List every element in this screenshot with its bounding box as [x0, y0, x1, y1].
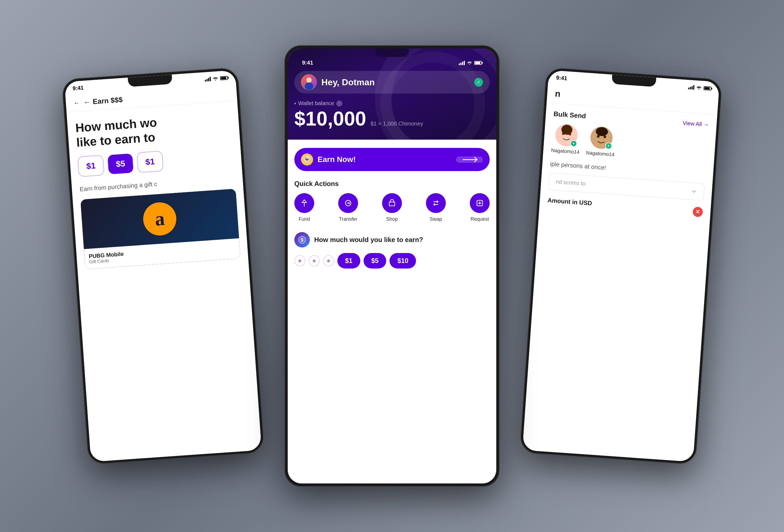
wallet-rate: $1 = 1,000 Chimoney [370, 121, 423, 127]
transfer-icon [338, 193, 358, 213]
bottom-amount-small-2[interactable]: ⊕ [309, 255, 320, 266]
svg-point-2 [305, 83, 313, 90]
avatar-illustration [301, 74, 317, 90]
action-transfer[interactable]: Transfer [338, 193, 358, 222]
right-wifi-icon [696, 86, 701, 90]
transfer-label: Transfer [339, 216, 357, 222]
action-swap[interactable]: Swap [426, 193, 446, 222]
wallet-label: Wallet balance [295, 100, 489, 107]
quick-actions-row: Fund Transfer [295, 193, 489, 222]
bottom-amount-10[interactable]: $10 [390, 253, 416, 269]
earn-now-arrow [456, 157, 483, 163]
center-status-icons [459, 61, 482, 65]
right-signal-icon [688, 85, 694, 89]
fund-label: Fund [299, 216, 310, 222]
svg-point-5 [339, 103, 340, 104]
left-phone-screen: 9:41 ← [64, 70, 262, 462]
amazon-logo: a [142, 201, 177, 236]
signal-icon [205, 77, 211, 81]
center-body: 👻 Earn Now! Quick Actions [288, 140, 496, 277]
center-battery-icon [474, 61, 482, 65]
swap-label: Swap [429, 216, 442, 222]
earn-now-left: 👻 Earn Now! [301, 153, 356, 166]
recipient-1-avatar: + [555, 123, 578, 147]
verified-badge-icon: ✓ [474, 78, 483, 87]
bottom-amount-small-1[interactable]: ⊕ [295, 255, 305, 266]
earn-question-text: How much would you like to earn? [314, 235, 423, 244]
left-page-title: ← Earn $$$ [83, 95, 123, 107]
greeting-name: Hey, Dotman [321, 77, 470, 87]
request-icon [470, 193, 489, 213]
shop-icon [382, 193, 402, 213]
chevron-down-icon [691, 188, 698, 195]
back-arrow-icon[interactable]: ← [74, 99, 80, 107]
action-request[interactable]: Request [470, 193, 489, 222]
svg-point-1 [306, 78, 311, 83]
recipient-1-name: Nagatomo14 [551, 147, 580, 155]
bottom-amount-options: ⊕ ⊕ ⊕ $1 $5 $10 [295, 253, 489, 269]
center-time: 9:41 [302, 60, 313, 66]
center-phone-screen: 9:41 [288, 49, 496, 483]
right-phone-screen: 9:41 n [523, 70, 720, 462]
gift-card-section: a PUBG Mobile Gift Cards [73, 188, 248, 270]
fund-icon [295, 193, 314, 213]
pubg-card[interactable]: a PUBG Mobile Gift Cards [80, 189, 240, 269]
request-label: Request [470, 216, 489, 222]
recipient-2-name: Nagatomo14 [586, 150, 615, 158]
arrow-right-icon [463, 159, 476, 160]
recipient-2-avatar: + [589, 126, 613, 149]
transfer-svg [344, 199, 353, 207]
right-time: 9:41 [556, 75, 567, 82]
send-select-placeholder: nd scrims to [556, 178, 586, 187]
svg-text:$: $ [301, 237, 304, 242]
battery-icon [220, 76, 228, 80]
phones-container: 9:41 ← [61, 18, 723, 514]
left-amount-1[interactable]: $1 [78, 155, 105, 177]
center-notch [375, 49, 409, 57]
recipient-1[interactable]: + Nagatomo14 [551, 123, 581, 156]
left-status-icons [205, 75, 228, 81]
action-fund[interactable]: Fund [295, 193, 314, 222]
earn-now-label: Earn Now! [317, 155, 356, 164]
target-icon [336, 101, 342, 107]
center-phone: 9:41 [284, 45, 500, 487]
fund-svg [300, 199, 309, 207]
svg-rect-7 [389, 202, 395, 206]
earn-now-button[interactable]: 👻 Earn Now! [295, 148, 489, 171]
right-status-icons [688, 85, 711, 91]
right-battery-icon [703, 86, 711, 90]
wifi-icon [213, 77, 218, 81]
wallet-value: $10,000 [295, 109, 366, 129]
amount-usd-label: Amount in USD [547, 197, 592, 207]
error-icon: ✕ [693, 207, 703, 217]
left-phone: 9:41 ← [61, 67, 264, 465]
bottom-amount-1[interactable]: $1 [337, 253, 360, 269]
recipients-row: + Nagatomo14 [551, 123, 708, 164]
view-all-link[interactable]: View All → [682, 120, 709, 128]
wallet-amount-display: $10,000 $1 = 1,000 Chimoney [295, 109, 489, 129]
wallet-dot [295, 103, 296, 104]
center-header: 9:41 [288, 49, 496, 140]
right-phone: 9:41 n [520, 67, 723, 465]
left-amount-other[interactable]: $1 [137, 151, 164, 173]
swap-icon [426, 193, 446, 213]
coin-svg: $ [298, 235, 307, 244]
bottom-amount-small-3[interactable]: ⊕ [323, 255, 334, 266]
swap-svg [431, 199, 440, 207]
recipient-2[interactable]: + Nagatomo14 [586, 125, 616, 158]
bottom-amount-5[interactable]: $5 [364, 253, 387, 269]
greeting-pill: Hey, Dotman ✓ [295, 71, 489, 93]
shop-label: Shop [386, 216, 398, 222]
request-svg [475, 199, 484, 207]
center-wifi-icon [467, 61, 472, 65]
shop-svg [388, 199, 396, 207]
action-shop[interactable]: Shop [382, 193, 402, 222]
earn-section: $ How much would you like to earn? [295, 232, 489, 248]
left-amount-5[interactable]: $5 [108, 153, 134, 174]
left-time: 9:41 [73, 85, 84, 92]
quick-actions-title: Quick Actions [295, 180, 489, 188]
bulk-send-title: Bulk Send [553, 110, 586, 120]
earn-coin-icon: $ [295, 232, 310, 248]
ghost-mascot-icon: 👻 [301, 153, 313, 166]
user-avatar [301, 74, 317, 90]
